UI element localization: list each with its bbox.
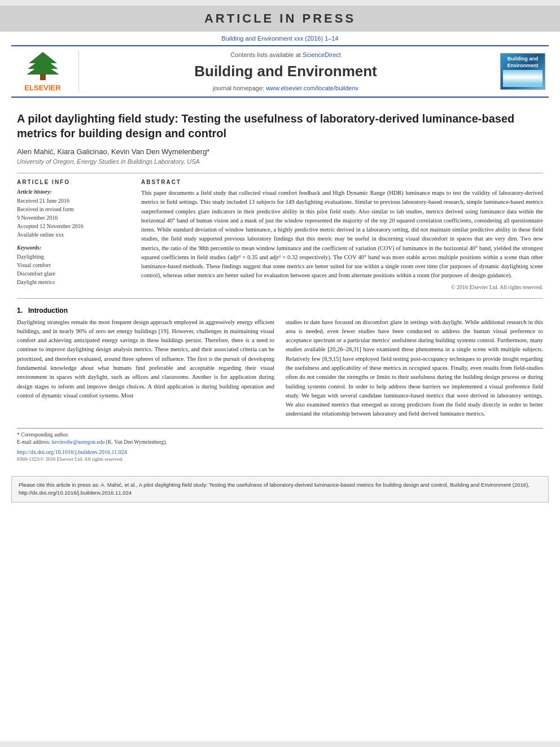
- footnote-email: E-mail address: kevinvdw@uoregon.edu (K.…: [17, 439, 543, 446]
- intro-two-col: Daylighting strategies remain the most f…: [17, 318, 543, 419]
- authors-text: Alen Mahić, Kiara Galicinao, Kevin Van D…: [17, 147, 209, 156]
- article-banner: ARTICLE IN PRESS: [0, 6, 560, 32]
- abstract-text: This paper documents a field study that …: [141, 189, 543, 281]
- issn-line: 0360-1323/© 2016 Elsevier Ltd. All right…: [17, 456, 543, 462]
- copyright-line: © 2016 Elsevier Ltd. All rights reserved…: [141, 284, 543, 290]
- abstract-heading: ABSTRACT: [141, 179, 543, 185]
- affiliation: University of Oregon, Energy Studies in …: [17, 158, 543, 165]
- article-info-col: ARTICLE INFO Article history: Received 2…: [17, 179, 130, 290]
- intro-left-text: Daylighting strategies remain the most f…: [17, 319, 274, 399]
- intro-title: 1. Introduction: [17, 307, 543, 314]
- thumb-image: [503, 70, 542, 87]
- keyword2: Visual comfort: [17, 261, 130, 269]
- intro-right-text: studies to date have focused on discomfo…: [286, 319, 543, 417]
- contents-line: Contents lists available at ScienceDirec…: [230, 51, 341, 58]
- section-divider: [17, 298, 543, 299]
- journal-title: Building and Environment: [194, 63, 377, 80]
- main-content: A pilot daylighting field study: Testing…: [0, 100, 560, 470]
- journal-header: ELSEVIER Contents lists available at Sci…: [11, 45, 549, 98]
- thumb-title-line1: Building and: [508, 56, 539, 62]
- article-info-abstract-section: ARTICLE INFO Article history: Received 2…: [17, 173, 543, 290]
- keywords-section: Keywords: Daylighting Visual comfort Dis…: [17, 244, 130, 286]
- intro-left-col: Daylighting strategies remain the most f…: [17, 318, 274, 419]
- authors: Alen Mahić, Kiara Galicinao, Kevin Van D…: [17, 147, 543, 156]
- journal-thumbnail: Building and Environment: [500, 53, 545, 90]
- received-text: Received 21 June 2016: [17, 196, 130, 205]
- journal-homepage-link[interactable]: www.elsevier.com/locate/buildenv: [266, 85, 358, 91]
- revised-label: Received in revised form: [17, 205, 130, 213]
- elsevier-tree-icon: [23, 51, 63, 82]
- keyword1: Daylighting: [17, 252, 130, 261]
- banner-text: ARTICLE IN PRESS: [204, 11, 356, 25]
- thumb-title-line2: Environment: [507, 63, 538, 68]
- intro-right-col: studies to date have focused on discomfo…: [286, 318, 543, 419]
- citation-box: Please cite this article in press as: A.…: [11, 476, 549, 503]
- accepted-text: Accepted 12 November 2016: [17, 222, 130, 230]
- abstract-col: ABSTRACT This paper documents a field st…: [141, 179, 543, 290]
- elsevier-logo: ELSEVIER: [23, 51, 63, 92]
- revised-date: 9 November 2016: [17, 213, 130, 222]
- keyword4: Daylight metrics: [17, 278, 130, 286]
- history-label: Article history:: [17, 189, 130, 195]
- doi-link[interactable]: http://dx.doi.org/10.1016/j.buildenv.201…: [17, 449, 127, 455]
- journal-thumb-area: Building and Environment: [492, 51, 549, 92]
- citation-text: Please cite this article in press as: A.…: [19, 482, 530, 496]
- journal-homepage: journal homepage: www.elsevier.com/locat…: [213, 85, 358, 91]
- elsevier-label: ELSEVIER: [24, 84, 60, 92]
- available-text: Available online xxx: [17, 230, 130, 239]
- keyword3: Discomfort glare: [17, 269, 130, 278]
- sciencedirect-link[interactable]: ScienceDirect: [303, 51, 341, 58]
- article-info-heading: ARTICLE INFO: [17, 179, 130, 185]
- journal-ref: Building and Environment xxx (2016) 1–14: [0, 32, 560, 43]
- email-link[interactable]: kevinvdw@uoregon.edu: [52, 439, 104, 445]
- journal-logo-area: ELSEVIER: [11, 51, 79, 92]
- doi-line[interactable]: http://dx.doi.org/10.1016/j.buildenv.201…: [17, 449, 543, 455]
- paper-title: A pilot daylighting field study: Testing…: [17, 111, 543, 141]
- journal-ref-text: Building and Environment xxx (2016) 1–14: [221, 35, 338, 42]
- journal-header-center: Contents lists available at ScienceDirec…: [79, 51, 492, 92]
- footnote-star: * Corresponding author.: [17, 431, 543, 439]
- footnote-section: * Corresponding author. E-mail address: …: [17, 428, 543, 447]
- keywords-label: Keywords:: [17, 244, 130, 251]
